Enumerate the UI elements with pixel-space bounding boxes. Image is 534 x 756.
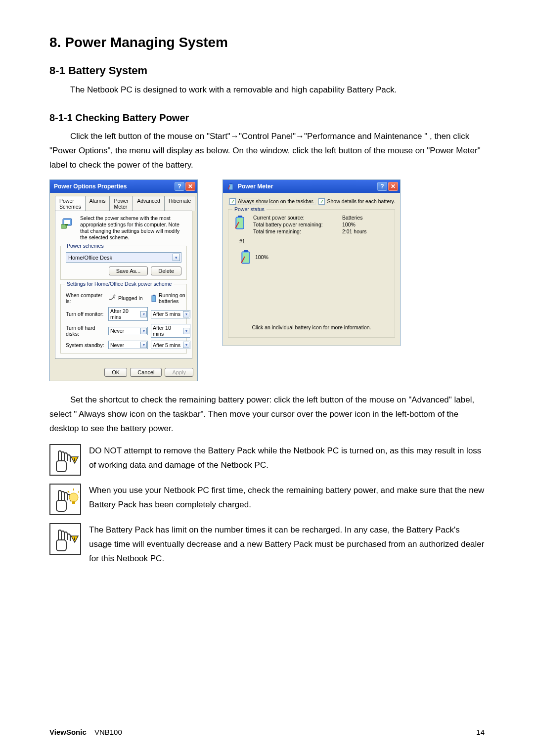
shortcut-text: Set the shortcut to check the remaining … xyxy=(49,393,485,436)
chevron-down-icon: ▾ xyxy=(183,328,189,334)
remaining-label: Total battery power remaining: xyxy=(253,222,342,227)
power-status-legend: Power status xyxy=(232,206,267,212)
svg-rect-5 xyxy=(153,295,155,296)
standby-battery-select[interactable]: After 5 mins▾ xyxy=(151,341,190,349)
taskbar-checkbox[interactable]: ✓ Always show icon on the taskbar. xyxy=(228,198,316,205)
svg-rect-14 xyxy=(56,461,66,472)
warning-note: The Battery Pack has limit on the number… xyxy=(49,523,485,566)
tip-text: When you use your Netbook PC first time,… xyxy=(89,484,485,512)
intro-text: The Netbook PC is designed to work with … xyxy=(49,83,485,97)
select-value: Never xyxy=(110,328,124,334)
page-title: 8. Power Managing System xyxy=(49,35,485,50)
svg-line-22 xyxy=(78,491,79,492)
svg-rect-7 xyxy=(230,183,232,184)
hint-text: Select the power scheme with the most ap… xyxy=(80,215,187,241)
warning-hand-icon xyxy=(49,523,81,555)
tab-advanced[interactable]: Advanced xyxy=(133,196,165,211)
details-checkbox-label: Show details for each battery. xyxy=(327,198,395,204)
battery-icon xyxy=(151,294,157,302)
help-button[interactable]: ? xyxy=(175,182,184,191)
svg-rect-24 xyxy=(56,540,66,551)
warning-text: DO NOT attempt to remove the Battery Pac… xyxy=(89,444,485,473)
power-scheme-icon xyxy=(60,215,76,231)
footer-page-number: 14 xyxy=(476,728,485,736)
close-button[interactable]: ✕ xyxy=(185,182,195,191)
apply-button[interactable]: Apply xyxy=(165,368,193,377)
footer-brand: ViewSonic xyxy=(49,728,87,736)
power-meter-icon xyxy=(227,182,235,190)
battery-hint: Click an individual battery icon for mor… xyxy=(233,324,390,330)
cancel-button[interactable]: Cancel xyxy=(130,368,162,377)
harddisks-plugged-select[interactable]: Never▾ xyxy=(108,327,148,335)
save-as-button[interactable]: Save As... xyxy=(109,267,148,275)
tabstrip: Power Schemes Alarms Power Meter Advance… xyxy=(55,196,192,211)
plug-icon xyxy=(108,294,116,302)
page-footer: ViewSonic VNB100 14 xyxy=(49,728,485,736)
standby-label: System standby: xyxy=(66,342,105,348)
tab-power-meter[interactable]: Power Meter xyxy=(109,196,133,211)
taskbar-checkbox-label: Always show icon on the taskbar. xyxy=(238,198,314,204)
power-scheme-select[interactable]: Home/Office Desk ▾ xyxy=(66,252,181,263)
svg-point-27 xyxy=(74,541,75,542)
battery-percent: 100% xyxy=(255,254,268,260)
standby-plugged-select[interactable]: Never▾ xyxy=(108,341,148,349)
select-value: After 10 mins xyxy=(153,325,183,337)
help-button[interactable]: ? xyxy=(377,182,387,191)
chevron-down-icon: ▾ xyxy=(183,311,189,317)
svg-rect-12 xyxy=(244,250,248,252)
svg-rect-20 xyxy=(72,501,75,504)
tip-note: When you use your Netbook PC first time,… xyxy=(49,484,485,515)
monitor-plugged-select[interactable]: After 20 mins▾ xyxy=(108,307,148,321)
dialog-title: Power Options Properties xyxy=(54,183,127,190)
svg-point-19 xyxy=(69,493,78,502)
instruction-text: Click the left button of the mouse on "S… xyxy=(49,130,485,173)
tab-power-schemes[interactable]: Power Schemes xyxy=(55,196,86,211)
warning-note: DO NOT attempt to remove the Battery Pac… xyxy=(49,444,485,476)
svg-rect-9 xyxy=(238,216,242,217)
harddisks-battery-select[interactable]: After 10 mins▾ xyxy=(151,324,190,338)
battery-number: #1 xyxy=(239,238,390,244)
chevron-down-icon: ▾ xyxy=(173,254,180,261)
monitor-battery-select[interactable]: After 5 mins▾ xyxy=(151,310,190,318)
checkbox-icon: ✓ xyxy=(229,198,236,205)
delete-button[interactable]: Delete xyxy=(151,267,181,275)
settings-legend: Settings for Home/Office Desk power sche… xyxy=(65,281,174,287)
power-options-dialog: Power Options Properties ? ✕ Power Schem… xyxy=(49,179,198,382)
warning-hand-icon xyxy=(49,444,81,476)
chevron-down-icon: ▾ xyxy=(140,311,147,317)
details-checkbox[interactable]: ✓ Show details for each battery. xyxy=(318,198,395,205)
select-value: After 5 mins xyxy=(153,311,180,317)
battery-item[interactable]: 100% xyxy=(239,249,390,265)
time-value: 2:01 hours xyxy=(342,228,382,234)
time-label: Total time remaining: xyxy=(253,228,342,234)
chevron-down-icon: ▾ xyxy=(140,328,147,334)
dialog-title: Power Meter xyxy=(238,183,273,190)
running-on-label: Running on batteries xyxy=(159,292,190,304)
chevron-down-icon: ▾ xyxy=(183,342,189,348)
battery-icon xyxy=(233,215,246,230)
tab-hibernate[interactable]: Hibernate xyxy=(164,196,196,211)
ok-button[interactable]: OK xyxy=(104,368,127,377)
subsection-title: 8-1-1 Checking Battery Power xyxy=(49,112,485,124)
battery-icon xyxy=(239,249,252,265)
power-meter-dialog: Power Meter ? ✕ ✓ Always show icon on th… xyxy=(222,179,400,346)
harddisks-label: Turn off hard disks: xyxy=(66,325,105,337)
tip-hand-icon xyxy=(49,484,81,515)
dialog-titlebar[interactable]: Power Options Properties ? ✕ xyxy=(50,180,197,193)
power-scheme-value: Home/Office Desk xyxy=(68,255,112,261)
remaining-value: 100% xyxy=(342,222,382,227)
close-button[interactable]: ✕ xyxy=(388,182,398,191)
source-label: Current power source: xyxy=(253,215,342,221)
svg-point-17 xyxy=(74,462,75,463)
tab-alarms[interactable]: Alarms xyxy=(85,196,110,211)
svg-rect-1 xyxy=(64,220,70,224)
section-title: 8-1 Battery System xyxy=(49,64,485,77)
svg-rect-3 xyxy=(65,224,68,225)
monitor-label: Turn off monitor: xyxy=(66,311,105,317)
chevron-down-icon: ▾ xyxy=(140,342,147,348)
footer-model: VNB100 xyxy=(94,728,122,736)
dialog-titlebar[interactable]: Power Meter ? ✕ xyxy=(223,180,400,193)
svg-rect-18 xyxy=(56,500,66,511)
select-value: Never xyxy=(110,342,124,348)
power-schemes-legend: Power schemes xyxy=(65,243,106,249)
